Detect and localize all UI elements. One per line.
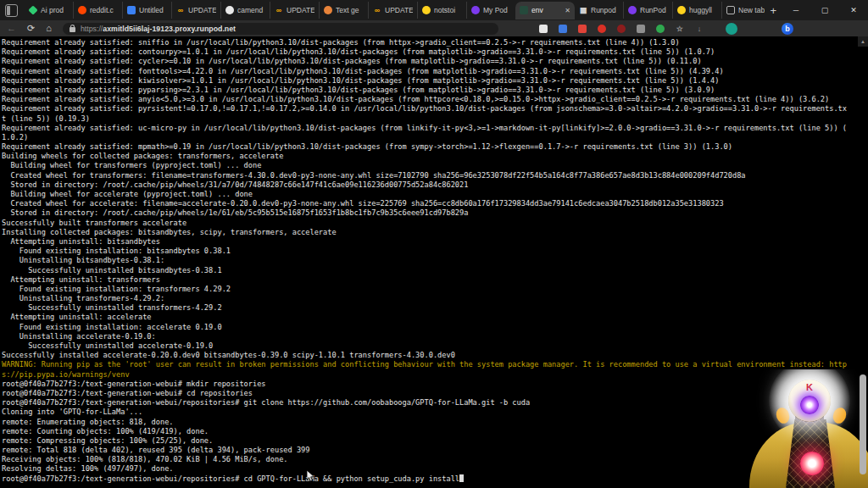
tab-my-pod[interactable]: My Pod xyxy=(466,2,515,19)
terminal-line: root@0f40a77b27f3:/text-generation-webui… xyxy=(2,380,868,389)
terminal-line: Successfully built transformers accelera… xyxy=(2,219,868,228)
extension-gray-icon-glyph xyxy=(637,25,645,33)
home-icon[interactable]: ⌂ xyxy=(46,24,52,33)
document-icon xyxy=(127,6,136,14)
tab-notstoi[interactable]: notstoi xyxy=(417,2,466,19)
scrollbar-up-arrow-icon[interactable]: ▲ xyxy=(858,36,868,47)
terminal-line: Successfully uninstalled transformers-4.… xyxy=(2,303,868,313)
terminal-line: t (line 5)) (0.19.3) xyxy=(2,114,868,124)
terminal-line: Successfully uninstalled accelerate-0.19… xyxy=(2,341,868,351)
terminal-line: remote: Enumerating objects: 818, done. xyxy=(2,418,868,427)
runpod-icon xyxy=(628,6,637,14)
close-button[interactable]: ✕ xyxy=(839,0,868,20)
terminal-line: Building wheel for transformers (pyproje… xyxy=(2,161,868,170)
lock-icon[interactable] xyxy=(70,27,75,32)
terminal-line: Receiving objects: 100% (818/818), 470.0… xyxy=(2,455,868,464)
tab-update[interactable]: ∞UPDATE xyxy=(368,2,417,19)
terminal-scrollbar[interactable]: ▲ xyxy=(858,36,868,488)
scrollbar-thumb[interactable] xyxy=(860,374,866,474)
github-icon xyxy=(225,6,234,14)
terminal-output[interactable]: Requirement already satisfied: sniffio i… xyxy=(0,36,868,488)
terminal-line: Successfully installed accelerate-0.20.0… xyxy=(2,351,868,360)
maximize-button[interactable]: ▢ xyxy=(810,0,839,20)
extension-white-icon-glyph xyxy=(539,25,548,33)
extension-red-circle-icon[interactable] xyxy=(598,25,606,33)
favorites-star-icon[interactable]: ☆ xyxy=(676,25,684,33)
extension-gray-icon[interactable] xyxy=(637,25,645,33)
terminal-line: Resolving deltas: 100% (497/497), done. xyxy=(2,464,868,474)
window-controls: ─ ▢ ✕ xyxy=(782,0,868,20)
terminal-line: Found existing installation: transformer… xyxy=(2,285,868,294)
bing-discover-icon[interactable]: b xyxy=(782,23,793,35)
terminal-line: Uninstalling transformers-4.29.2: xyxy=(2,294,868,303)
minimize-button[interactable]: ─ xyxy=(782,0,810,20)
env-terminal-icon xyxy=(520,6,528,14)
vertical-tabs-icon[interactable] xyxy=(5,4,18,17)
terminal-line: root@0f40a77b27f3:/text-generation-webui… xyxy=(2,474,868,484)
navigation-bar: ← ⟳ ⌂ https://axmitld5ii6laj-19123.proxy… xyxy=(0,20,868,36)
grid-icon: ▦ xyxy=(579,6,587,14)
extension-red-circle-icon-glyph xyxy=(598,25,606,33)
character-k-badge: K xyxy=(788,382,831,392)
terminal-line: Requirement already satisfied: mpmath>=0… xyxy=(2,142,868,152)
terminal-line: Found existing installation: accelerate … xyxy=(2,323,868,332)
favorites-star-icon-glyph: ☆ xyxy=(676,25,684,33)
tab-runpod[interactable]: ▦Runpod xyxy=(575,2,623,19)
terminal-line: Attempting uninstall: accelerate xyxy=(2,313,868,322)
tab-ai-prod[interactable]: Ai prod xyxy=(25,2,73,19)
extension-green-icon-glyph xyxy=(656,25,665,33)
refresh-icon[interactable]: ⟳ xyxy=(27,24,35,33)
tab-env[interactable]: env✕ xyxy=(515,2,575,19)
back-icon[interactable]: ← xyxy=(7,24,16,33)
profile-avatar[interactable] xyxy=(726,23,737,35)
tab-new-tab[interactable]: New tab xyxy=(721,2,765,19)
terminal-line: WARNING: Running pip as the 'root' user … xyxy=(2,360,868,369)
tab-reddit-c[interactable]: reddit.c xyxy=(73,2,122,19)
tab-update[interactable]: ∞UPDATE xyxy=(171,2,220,19)
tab-title: UPDATE xyxy=(287,6,314,14)
terminal-line: Requirement already satisfied: contourpy… xyxy=(2,47,868,57)
terminal-line: Requirement already satisfied: anyio<5.0… xyxy=(2,95,868,104)
mouse-cursor xyxy=(307,470,315,485)
tab-title: New tab xyxy=(738,6,765,14)
terminal-line: Stored in directory: /root/.cache/pip/wh… xyxy=(2,180,868,190)
extension-blue-icon-glyph xyxy=(559,25,567,33)
tab-untitled[interactable]: Untitled xyxy=(122,2,171,19)
tab-title: My Pod xyxy=(483,6,511,14)
downloads-icon[interactable]: ↓ xyxy=(695,25,704,33)
tab-strip: Ai prodreddit.cUntitled∞UPDATEcamend∞UPD… xyxy=(0,0,868,20)
extension-white-icon[interactable] xyxy=(539,25,548,33)
terminal-line: Attempting uninstall: transformers xyxy=(2,275,868,285)
tab-text-ge[interactable]: Text ge xyxy=(319,2,368,19)
tab-title: camend xyxy=(237,6,265,14)
colab-icon: ∞ xyxy=(176,6,185,14)
extension-red-icon[interactable] xyxy=(578,25,587,33)
address-bar[interactable]: https://axmitld5ii6laj-19123.proxy.runpo… xyxy=(63,23,498,35)
terminal-line: 1.0.2) xyxy=(2,133,868,142)
tab-close-icon[interactable]: ✕ xyxy=(564,7,570,14)
tab-title: notstoi xyxy=(434,6,462,14)
url-host: axmitld5ii6laj-19123.proxy.runpod.net xyxy=(103,25,236,33)
gradio-icon xyxy=(324,6,332,14)
colab-icon: ∞ xyxy=(275,6,283,14)
colab-icon: ∞ xyxy=(373,6,381,14)
extension-blue-icon[interactable] xyxy=(559,25,567,33)
url-scheme: https:// xyxy=(81,25,103,33)
extension-maroon-icon[interactable] xyxy=(617,25,626,33)
terminal-cursor xyxy=(459,474,464,482)
tab-title: env xyxy=(531,6,560,14)
terminal-line: Installing collected packages: bitsandby… xyxy=(2,228,868,237)
stream-overlay-character: K xyxy=(744,369,868,488)
character-head: K xyxy=(788,380,831,422)
tab-runpod[interactable]: RunPod xyxy=(623,2,672,19)
tab-title: huggyll xyxy=(689,6,717,14)
tab-camend[interactable]: camend xyxy=(220,2,270,19)
extensions-toolbar: ☆↓ xyxy=(539,25,704,33)
new-tab-button[interactable]: + xyxy=(770,5,776,16)
extension-maroon-icon-glyph xyxy=(617,25,626,33)
downloads-icon-glyph: ↓ xyxy=(695,25,704,33)
tab-update[interactable]: ∞UPDATE xyxy=(270,2,319,19)
huggingface-icon xyxy=(422,6,431,14)
tab-huggyll[interactable]: huggyll xyxy=(672,2,721,19)
extension-green-icon[interactable] xyxy=(656,25,665,33)
